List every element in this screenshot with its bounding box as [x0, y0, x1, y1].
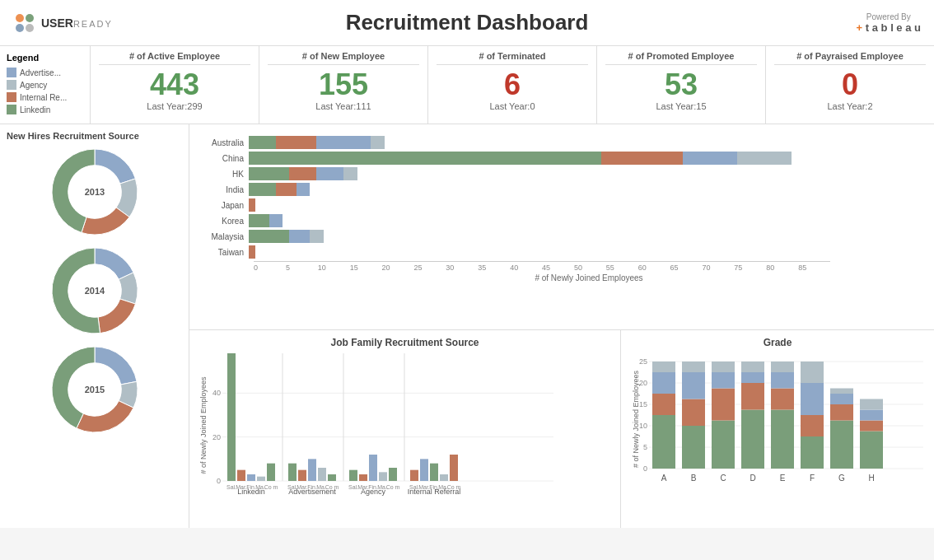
- kpi-value: 443: [99, 68, 250, 101]
- recruitment-source-title: New Hires Recruitment Source: [7, 131, 182, 141]
- svg-text:Mar.: Mar.: [418, 484, 430, 490]
- grade-bar: [860, 421, 883, 432]
- grade-bar: [652, 362, 675, 372]
- grade-bar: [682, 426, 705, 469]
- jf-bar: [288, 464, 297, 481]
- jf-bar: [379, 472, 387, 481]
- header: USERREADY Recruitment Dashboard Powered …: [0, 0, 934, 46]
- hbar-track: [249, 183, 924, 196]
- legend-label: Linkedin: [20, 105, 50, 114]
- hbar-segment: [249, 136, 276, 149]
- svg-text:5: 5: [643, 443, 647, 451]
- svg-text:D: D: [750, 474, 755, 483]
- job-family-svg: 0204060LinkedinSal.Mar.Fin.Ma..Co mAdver…: [199, 353, 562, 497]
- left-panel: New Hires Recruitment Source 2013 2014 2…: [0, 124, 189, 528]
- svg-text:H: H: [868, 474, 874, 483]
- svg-text:Fin.: Fin.: [429, 484, 439, 490]
- hbar-axis-tick: 75: [734, 264, 766, 272]
- svg-text:2013: 2013: [84, 187, 104, 197]
- hbar-track: [249, 245, 924, 259]
- svg-text:# of Newly Joined Employees: # of Newly Joined Employees: [199, 376, 208, 474]
- kpi-value: 0: [774, 68, 926, 101]
- jf-bar: [450, 455, 458, 481]
- donut-container: 2013 2014 2015: [7, 144, 182, 437]
- hbar-axis-tick: 25: [413, 264, 446, 272]
- kpi-cards: # of Active Employee 443 Last Year:299 #…: [91, 46, 934, 124]
- donut-item: 2013: [7, 144, 182, 240]
- grade-bar: [652, 415, 675, 469]
- grade-bar: [771, 362, 794, 372]
- hbar-segment: [683, 152, 737, 165]
- grade-bar: [801, 415, 824, 436]
- legend-label: Agency: [20, 81, 47, 90]
- powered-by: Powered By + t a b l e a u: [857, 12, 921, 34]
- jf-bar: [430, 464, 438, 481]
- jf-bar: [237, 470, 245, 481]
- legend-swatch: [7, 92, 16, 102]
- legend-items: Advertise...AgencyInternal Re...Linkedin: [7, 68, 83, 114]
- kpi-label: # of Terminated: [437, 51, 588, 65]
- hbar-segment: [601, 152, 683, 165]
- map-section: Australia China HK India Japan Korea Mal…: [189, 124, 934, 330]
- svg-text:F: F: [810, 474, 815, 483]
- grade-bar: [801, 436, 824, 469]
- legend-label: Internal Re...: [20, 93, 67, 102]
- legend-item: Internal Re...: [7, 92, 83, 102]
- hbar-row: China: [199, 152, 924, 165]
- grade-bar: [860, 399, 883, 410]
- legend-item: Agency: [7, 80, 83, 90]
- powered-by-text: Powered By: [857, 12, 921, 21]
- hbar-row: Malaysia: [199, 230, 924, 243]
- hbar-country-label: China: [199, 154, 249, 163]
- hbar-segment: [316, 167, 343, 180]
- hbar-axis-tick: 10: [318, 264, 350, 272]
- grade-bar: [712, 389, 735, 421]
- jf-bar: [328, 474, 336, 481]
- svg-text:E: E: [780, 474, 786, 483]
- kpi-label: # of Active Employee: [99, 51, 250, 65]
- jf-bar: [369, 455, 377, 481]
- svg-text:Mar.: Mar.: [357, 484, 369, 490]
- svg-text:0: 0: [217, 477, 221, 485]
- hbar-country-label: Taiwan: [199, 248, 249, 257]
- svg-text:# of Newly Joined Employees: # of Newly Joined Employees: [632, 370, 640, 468]
- hbar-axis-tick: 70: [702, 264, 734, 272]
- hbar-axis-tick: 50: [574, 264, 606, 272]
- hbar-country-label: Japan: [199, 201, 249, 210]
- hbar-segment: [276, 183, 297, 196]
- svg-text:40: 40: [212, 389, 221, 397]
- grade-bar: [830, 421, 853, 469]
- jf-bar: [410, 470, 418, 481]
- legend-item: Advertise...: [7, 68, 83, 77]
- jf-bar: [440, 474, 448, 481]
- job-family-title: Job Family Recruitment Source: [199, 337, 610, 348]
- hbar-axis-tick: 55: [606, 264, 638, 272]
- grade-bar: [682, 372, 705, 399]
- hbar-row: India: [199, 183, 924, 196]
- grade-bar: [771, 389, 794, 410]
- jf-bar: [420, 459, 428, 481]
- svg-text:Co m: Co m: [447, 484, 461, 490]
- jf-bar: [389, 468, 397, 481]
- grade-bar: [830, 394, 853, 404]
- hbar-row: Taiwan: [199, 245, 924, 259]
- hbar-axis-tick: 30: [446, 264, 478, 272]
- svg-text:Co m: Co m: [386, 484, 400, 490]
- hbar-segment: [289, 230, 310, 243]
- hbar-segment: [249, 198, 255, 212]
- svg-text:15: 15: [639, 400, 647, 408]
- grade-chart: 0510152025ABCDEFGH# of Newly Joined Empl…: [631, 353, 924, 488]
- donut-item: 2014: [7, 243, 182, 338]
- svg-text:B: B: [691, 474, 697, 483]
- hbar-segment: [249, 152, 601, 165]
- grade-bar: [652, 372, 675, 394]
- kpi-card: # of Promoted Employee 53 Last Year:15: [597, 46, 766, 124]
- kpi-value: 53: [605, 68, 757, 101]
- legend-title: Legend: [7, 53, 83, 63]
- hbar-segment: [249, 167, 289, 180]
- grade-bar: [741, 410, 764, 469]
- svg-text:0: 0: [643, 464, 647, 473]
- grade-bar: [652, 394, 675, 415]
- tableau-logo: + t a b l e a u: [857, 21, 921, 34]
- hbar-axis-tick: 65: [670, 264, 703, 272]
